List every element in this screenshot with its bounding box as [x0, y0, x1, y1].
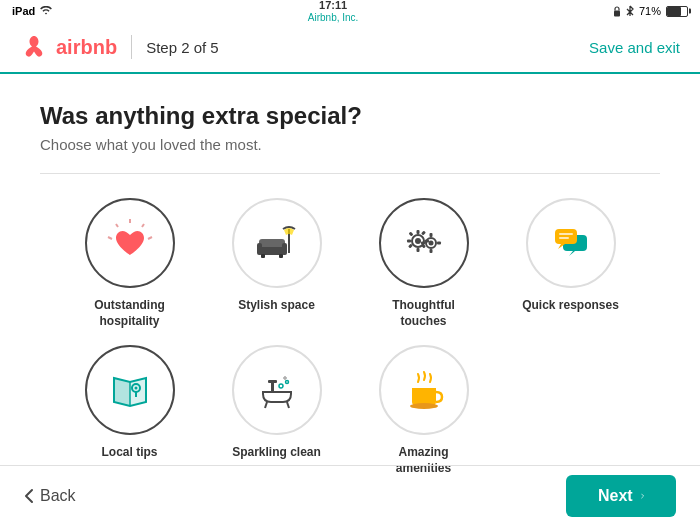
option-hospitality[interactable]: Outstandinghospitality	[60, 198, 199, 329]
svg-rect-16	[416, 230, 419, 234]
time: 17:11	[308, 0, 359, 11]
options-grid: Outstandinghospitality	[60, 198, 640, 476]
svg-rect-12	[261, 254, 265, 258]
svg-rect-9	[259, 239, 285, 247]
option-label-stylish: Stylish space	[238, 298, 315, 314]
main-subtitle: Choose what you loved the most.	[40, 136, 660, 153]
option-stylish[interactable]: Stylish space	[207, 198, 346, 329]
chevron-left-icon	[24, 488, 34, 504]
svg-line-38	[287, 402, 289, 408]
bluetooth-icon	[626, 5, 634, 17]
option-circle-clean	[232, 345, 322, 435]
svg-rect-32	[559, 233, 573, 235]
svg-line-3	[142, 224, 144, 227]
save-exit-link[interactable]: Save and exit	[589, 39, 680, 56]
svg-rect-40	[268, 380, 277, 383]
logo-area: airbnb	[20, 33, 117, 61]
svg-rect-29	[437, 242, 441, 245]
svg-rect-11	[282, 243, 287, 255]
option-circle-stylish	[232, 198, 322, 288]
battery-percent: 71%	[639, 5, 661, 17]
status-bar: iPad 17:11 Airbnb, Inc. 71%	[0, 0, 700, 22]
svg-line-37	[265, 402, 267, 408]
hospitality-icon	[104, 217, 156, 269]
header: airbnb Step 2 of 5 Save and exit	[0, 22, 700, 74]
header-divider	[131, 35, 132, 59]
wifi-icon	[39, 6, 53, 16]
stylish-icon	[251, 217, 303, 269]
clean-icon	[251, 364, 303, 416]
main-title: Was anything extra special?	[40, 102, 660, 130]
svg-rect-22	[421, 231, 426, 236]
option-thoughtful[interactable]: Thoughtfultouches	[354, 198, 493, 329]
svg-rect-0	[614, 10, 620, 16]
main-content: Was anything extra special? Choose what …	[0, 74, 700, 476]
svg-point-41	[279, 384, 283, 388]
option-label-thoughtful: Thoughtfultouches	[392, 298, 455, 329]
svg-point-25	[428, 241, 433, 246]
footer: Back Next	[0, 465, 700, 525]
next-label: Next	[598, 487, 633, 505]
svg-rect-20	[408, 232, 413, 237]
option-local[interactable]: Local tips	[60, 345, 199, 476]
svg-rect-13	[279, 254, 283, 258]
option-circle-hospitality	[85, 198, 175, 288]
svg-rect-33	[559, 237, 569, 239]
step-label: Step 2 of 5	[146, 39, 219, 56]
svg-rect-27	[429, 249, 432, 253]
option-label-quick: Quick responses	[522, 298, 619, 314]
option-amenities[interactable]: Amazingamenities	[354, 345, 493, 476]
svg-point-15	[415, 238, 421, 244]
option-circle-thoughtful	[379, 198, 469, 288]
option-circle-amenities	[379, 345, 469, 435]
svg-line-5	[148, 237, 152, 239]
option-circle-local	[85, 345, 175, 435]
next-button[interactable]: Next	[566, 475, 676, 517]
status-center: 17:11 Airbnb, Inc.	[308, 0, 359, 23]
svg-rect-26	[429, 233, 432, 237]
back-label: Back	[40, 487, 76, 505]
svg-rect-10	[257, 243, 262, 255]
airbnb-logo-icon	[20, 33, 48, 61]
option-label-local: Local tips	[101, 445, 157, 461]
thoughtful-icon	[398, 217, 450, 269]
svg-rect-17	[416, 248, 419, 252]
local-icon	[104, 364, 156, 416]
svg-rect-31	[555, 229, 577, 244]
option-circle-quick	[526, 198, 616, 288]
svg-rect-28	[421, 242, 425, 245]
chevron-right-icon	[641, 488, 644, 504]
amenities-icon	[398, 364, 450, 416]
status-right: 71%	[613, 5, 688, 17]
svg-point-42	[285, 381, 288, 384]
back-button[interactable]: Back	[24, 487, 76, 505]
status-left: iPad	[12, 5, 53, 17]
svg-rect-18	[407, 240, 411, 243]
battery-fill	[667, 7, 681, 16]
svg-point-45	[410, 403, 438, 409]
content-divider	[40, 173, 660, 174]
option-clean[interactable]: Sparkling clean	[207, 345, 346, 476]
battery-icon	[666, 6, 688, 17]
svg-point-36	[134, 387, 137, 390]
option-label-hospitality: Outstandinghospitality	[94, 298, 165, 329]
svg-line-6	[108, 237, 112, 239]
lock-icon	[613, 6, 621, 17]
option-label-clean: Sparkling clean	[232, 445, 321, 461]
svg-rect-39	[271, 382, 274, 392]
option-quick[interactable]: Quick responses	[501, 198, 640, 329]
logo-text: airbnb	[56, 36, 117, 59]
ipad-label: iPad	[12, 5, 35, 17]
quick-icon	[545, 217, 597, 269]
svg-line-4	[116, 224, 118, 227]
